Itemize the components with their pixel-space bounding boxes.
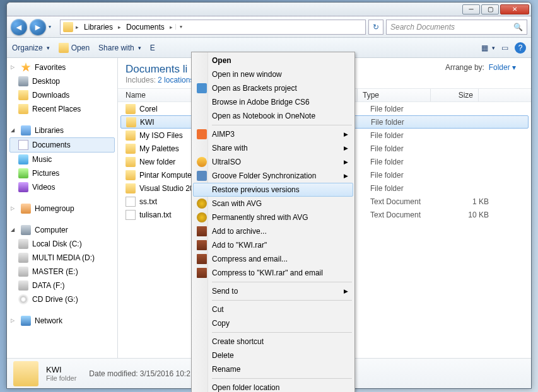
context-item[interactable]: AIMP3▶ bbox=[193, 127, 353, 141]
view-button[interactable]: ▦ bbox=[481, 43, 495, 52]
breadcrumb-sep-icon: ▸ bbox=[170, 24, 173, 30]
context-item[interactable]: Open in new window bbox=[193, 67, 353, 81]
context-item-icon bbox=[197, 199, 207, 209]
sidebar-item-desktop[interactable]: Desktop bbox=[7, 74, 117, 88]
sidebar-item-recent[interactable]: Recent Places bbox=[7, 102, 117, 116]
sidebar-item-videos[interactable]: Videos bbox=[7, 180, 117, 194]
drive-icon bbox=[18, 253, 28, 263]
context-item[interactable]: Restore previous versions bbox=[193, 183, 353, 197]
minimize-button[interactable]: ─ bbox=[462, 4, 480, 14]
address-bar[interactable]: ▸ Libraries ▸ Documents ▸ ▾ bbox=[60, 20, 366, 35]
sidebar-favorites[interactable]: Favorites bbox=[7, 61, 117, 74]
sidebar-item-documents[interactable]: Documents bbox=[9, 137, 115, 153]
context-item[interactable]: Open bbox=[193, 54, 353, 67]
context-item[interactable]: Permanently shred with AVG bbox=[193, 210, 353, 224]
submenu-arrow-icon: ▶ bbox=[344, 173, 348, 179]
file-size: 1 KB bbox=[443, 197, 489, 206]
context-item-icon bbox=[197, 254, 207, 264]
context-item[interactable]: Rename bbox=[193, 362, 353, 376]
help-button[interactable]: ? bbox=[515, 42, 526, 54]
context-item-label: Compress to "KWI.rar" and email bbox=[212, 268, 323, 277]
context-item-label: Permanently shred with AVG bbox=[212, 213, 308, 222]
nav-history-dropdown[interactable]: ▾ bbox=[49, 24, 57, 30]
network-icon bbox=[21, 316, 31, 326]
context-item[interactable]: UltraISO▶ bbox=[193, 155, 353, 169]
context-item-label: Copy bbox=[212, 319, 230, 328]
address-dropdown[interactable]: ▾ bbox=[175, 24, 187, 30]
context-item[interactable]: Browse in Adobe Bridge CS6 bbox=[193, 95, 353, 109]
includes-label: Includes: bbox=[126, 76, 156, 84]
file-type: Text Document bbox=[370, 210, 443, 219]
organize-menu[interactable]: Organize bbox=[12, 43, 50, 52]
submenu-arrow-icon: ▶ bbox=[344, 288, 348, 294]
star-icon bbox=[21, 62, 31, 72]
file-type: Text Document bbox=[370, 197, 443, 206]
context-item[interactable]: Open as Notebook in OneNote bbox=[193, 109, 353, 123]
folder-icon bbox=[63, 22, 73, 32]
open-button[interactable]: Open bbox=[59, 43, 90, 53]
context-item[interactable]: Scan with AVG bbox=[193, 197, 353, 210]
file-icon bbox=[126, 170, 136, 180]
search-icon[interactable]: 🔍 bbox=[513, 23, 523, 32]
submenu-arrow-icon: ▶ bbox=[344, 159, 348, 165]
sidebar-item-music[interactable]: Music bbox=[7, 153, 117, 166]
context-item[interactable]: Add to archive... bbox=[193, 224, 353, 238]
context-item[interactable]: Copy bbox=[193, 316, 353, 330]
context-item[interactable]: Open folder location bbox=[193, 381, 353, 392]
context-item-label: Browse in Adobe Bridge CS6 bbox=[212, 98, 310, 107]
refresh-button[interactable]: ↻ bbox=[368, 20, 383, 35]
context-item[interactable]: Compress to "KWI.rar" and email bbox=[193, 266, 353, 280]
file-type: File folder bbox=[370, 144, 443, 153]
forward-button[interactable]: ► bbox=[30, 19, 46, 35]
titlebar: ─ ▢ ✕ bbox=[7, 3, 531, 16]
sidebar-item-drive-c[interactable]: Local Disk (C:) bbox=[7, 237, 117, 251]
sidebar-computer[interactable]: Computer bbox=[7, 223, 117, 237]
context-item-label: Cut bbox=[212, 305, 224, 314]
sidebar-network[interactable]: Network bbox=[7, 314, 117, 328]
context-item-label: Send to bbox=[212, 287, 238, 296]
sidebar-item-drive-e[interactable]: MASTER (E:) bbox=[7, 265, 117, 279]
col-type[interactable]: Type bbox=[358, 89, 431, 101]
sidebar-item-drive-d[interactable]: MULTI MEDIA (D:) bbox=[7, 251, 117, 265]
context-item[interactable]: Cut bbox=[193, 303, 353, 316]
context-separator bbox=[212, 282, 352, 282]
breadcrumb-libraries[interactable]: Libraries bbox=[81, 21, 115, 33]
sidebar-item-drive-g[interactable]: CD Drive (G:) bbox=[7, 292, 117, 306]
share-with-menu[interactable]: Share with bbox=[98, 43, 141, 52]
maximize-button[interactable]: ▢ bbox=[481, 4, 499, 14]
close-button[interactable]: ✕ bbox=[500, 4, 529, 14]
open-icon bbox=[59, 43, 69, 53]
sidebar-item-drive-f[interactable]: DATA (F:) bbox=[7, 279, 117, 292]
context-item[interactable]: Create shortcut bbox=[193, 335, 353, 349]
locations-link[interactable]: 2 locations bbox=[158, 76, 194, 84]
toolbar-truncated: E bbox=[150, 43, 155, 52]
file-icon bbox=[126, 144, 136, 154]
context-item-icon bbox=[197, 226, 207, 236]
sidebar-homegroup[interactable]: Homegroup bbox=[7, 202, 117, 216]
search-input[interactable]: Search Documents 🔍 bbox=[386, 20, 527, 35]
context-item[interactable]: Open as Brackets project bbox=[193, 81, 353, 95]
arrange-by-dropdown[interactable]: Folder ▾ bbox=[489, 63, 516, 72]
context-item-label: Delete bbox=[212, 351, 234, 360]
context-item[interactable]: Delete bbox=[193, 349, 353, 362]
sidebar-item-pictures[interactable]: Pictures bbox=[7, 166, 117, 180]
sidebar-item-downloads[interactable]: Downloads bbox=[7, 88, 117, 102]
context-separator bbox=[212, 125, 352, 125]
file-icon bbox=[126, 117, 136, 127]
context-item[interactable]: Compress and email... bbox=[193, 252, 353, 266]
sidebar-libraries[interactable]: Libraries bbox=[7, 124, 117, 137]
context-item[interactable]: Share with▶ bbox=[193, 141, 353, 155]
context-item-label: Open bbox=[212, 56, 231, 65]
preview-pane-button[interactable]: ▭ bbox=[501, 43, 508, 52]
context-menu: OpenOpen in new windowOpen as Brackets p… bbox=[191, 52, 355, 392]
back-button[interactable]: ◄ bbox=[11, 19, 27, 35]
folder-icon bbox=[13, 361, 38, 386]
file-type: File folder bbox=[370, 105, 443, 113]
breadcrumb-documents[interactable]: Documents bbox=[124, 21, 167, 33]
context-item[interactable]: Add to "KWI.rar" bbox=[193, 238, 353, 252]
context-item-icon bbox=[197, 240, 207, 250]
context-item[interactable]: Send to▶ bbox=[193, 284, 353, 298]
nav-bar: ◄ ► ▾ ▸ Libraries ▸ Documents ▸ ▾ ↻ Sear… bbox=[7, 16, 531, 38]
col-size[interactable]: Size bbox=[431, 89, 479, 101]
context-item[interactable]: Groove Folder Synchronization▶ bbox=[193, 169, 353, 183]
